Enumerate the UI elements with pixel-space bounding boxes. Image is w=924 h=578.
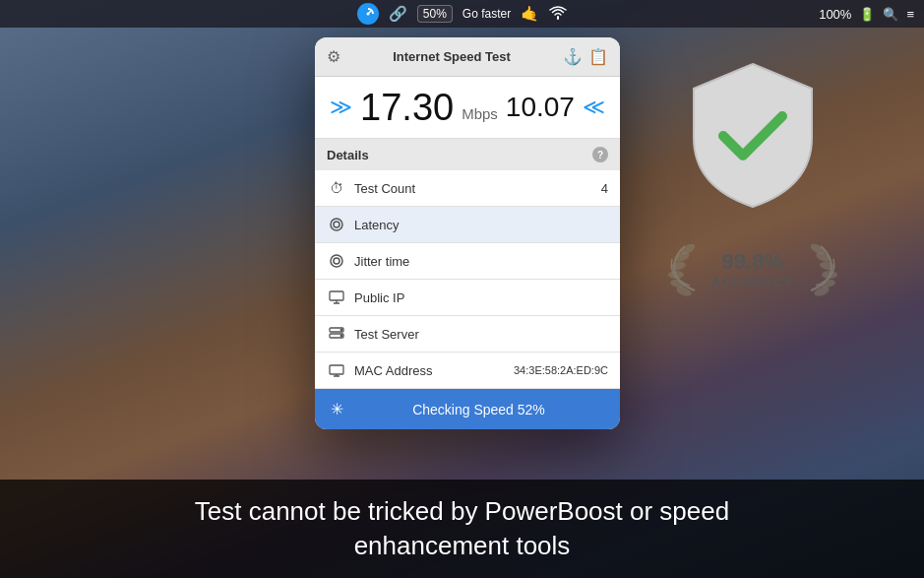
accuracy-percent: 99.8% <box>712 249 793 275</box>
share-icon[interactable]: 📋 <box>588 47 608 66</box>
menubar-right: 100% 🔋 🔍 ≡ <box>819 7 914 22</box>
link-menubar-icon[interactable]: 🔗 <box>389 5 407 23</box>
test-server-row: Test Server <box>315 316 620 353</box>
upload-speed: 10.07 <box>506 92 575 123</box>
public-ip-row: Public IP <box>315 280 620 316</box>
menu-icon[interactable]: ≡ <box>906 7 914 22</box>
svg-point-4 <box>334 258 339 264</box>
panel-header: ⚙ Internet Speed Test ⚓ 📋 <box>315 37 620 77</box>
public-ip-icon <box>327 288 346 307</box>
svg-point-1 <box>331 219 342 230</box>
svg-point-10 <box>340 329 342 331</box>
svg-rect-12 <box>330 365 343 374</box>
details-header: Details ? <box>315 139 620 170</box>
svg-point-2 <box>334 222 339 227</box>
wifi-icon <box>549 6 567 23</box>
search-icon[interactable]: 🔍 <box>883 7 898 22</box>
anchor-icon[interactable]: ⚓ <box>563 47 583 66</box>
svg-point-11 <box>340 335 342 337</box>
details-title: Details <box>327 148 369 162</box>
speed-display: ≫ 17.30 Mbps 10.07 ≪ <box>315 77 620 139</box>
test-server-label: Test Server <box>354 327 608 342</box>
latency-row: Latency <box>315 207 620 243</box>
download-arrow-icon: ≫ <box>330 96 352 118</box>
latency-label: Latency <box>354 218 608 232</box>
speedtest-menubar-icon[interactable] <box>357 3 379 25</box>
public-ip-label: Public IP <box>354 290 608 305</box>
svg-point-25 <box>819 279 835 289</box>
spinner-icon: ✳ <box>331 400 343 418</box>
mac-address-row: MAC Address 34:3E:58:2A:ED:9C <box>315 353 620 389</box>
speed-unit: Mbps <box>462 105 498 126</box>
svg-point-19 <box>669 279 686 289</box>
test-count-icon: ⏱ <box>327 178 346 198</box>
jitter-icon <box>327 251 346 271</box>
menubar: 🔗 50% Go faster 🤙 100% 🔋 🔍 ≡ <box>0 0 924 28</box>
progress-text: Checking Speed 52% <box>353 402 604 417</box>
svg-point-24 <box>822 271 837 279</box>
banner-text: Test cannot be tricked by PowerBoost or … <box>195 494 729 563</box>
menubar-center: 🔗 50% Go faster 🤙 <box>357 3 567 25</box>
svg-point-0 <box>366 13 369 16</box>
hand-menubar-icon[interactable]: 🤙 <box>521 5 539 23</box>
download-speed: 17.30 <box>360 89 454 126</box>
test-server-icon <box>327 324 346 344</box>
test-count-value: 4 <box>601 181 608 196</box>
go-faster-text: Go faster <box>462 7 511 21</box>
laurel-right-icon <box>801 231 845 306</box>
mac-address-label: MAC Address <box>354 363 514 378</box>
upload-arrow-icon: ≪ <box>583 95 605 120</box>
percent-value: 50% <box>423 7 447 21</box>
latency-icon <box>327 215 346 234</box>
accuracy-text: 99.8% ACCURACY <box>705 249 801 289</box>
svg-rect-5 <box>330 291 343 300</box>
svg-point-18 <box>668 271 684 279</box>
progress-bar[interactable]: ✳ Checking Speed 52% <box>315 389 620 429</box>
speed-test-panel: ⚙ Internet Speed Test ⚓ 📋 ≫ 17.30 Mbps 1… <box>315 37 620 429</box>
banner-line1: Test cannot be tricked by PowerBoost or … <box>195 496 729 526</box>
test-count-row: ⏱ Test Count 4 <box>315 170 620 207</box>
jitter-row: Jitter time <box>315 243 620 280</box>
battery-percent: 100% <box>819 7 851 22</box>
banner-line2: enhancement tools <box>354 531 571 560</box>
help-button[interactable]: ? <box>592 147 608 162</box>
shield-accuracy-area: 99.8% ACCURACY <box>660 59 845 306</box>
mac-address-value: 34:3E:58:2A:ED:9C <box>514 364 608 376</box>
accuracy-container: 99.8% ACCURACY <box>660 231 845 306</box>
panel-title: Internet Speed Test <box>340 49 563 64</box>
percent-badge: 50% <box>417 5 453 23</box>
accuracy-label: ACCURACY <box>712 275 793 289</box>
jitter-label: Jitter time <box>354 254 608 269</box>
test-count-label: Test Count <box>354 181 601 196</box>
svg-point-3 <box>331 255 342 267</box>
shield-icon <box>684 59 822 212</box>
mac-address-icon <box>327 360 346 380</box>
settings-icon[interactable]: ⚙ <box>327 47 340 66</box>
battery-icon: 🔋 <box>859 7 875 22</box>
bottom-banner: Test cannot be tricked by PowerBoost or … <box>0 480 924 578</box>
shield-container <box>684 59 822 212</box>
laurel-left-icon <box>660 231 705 306</box>
